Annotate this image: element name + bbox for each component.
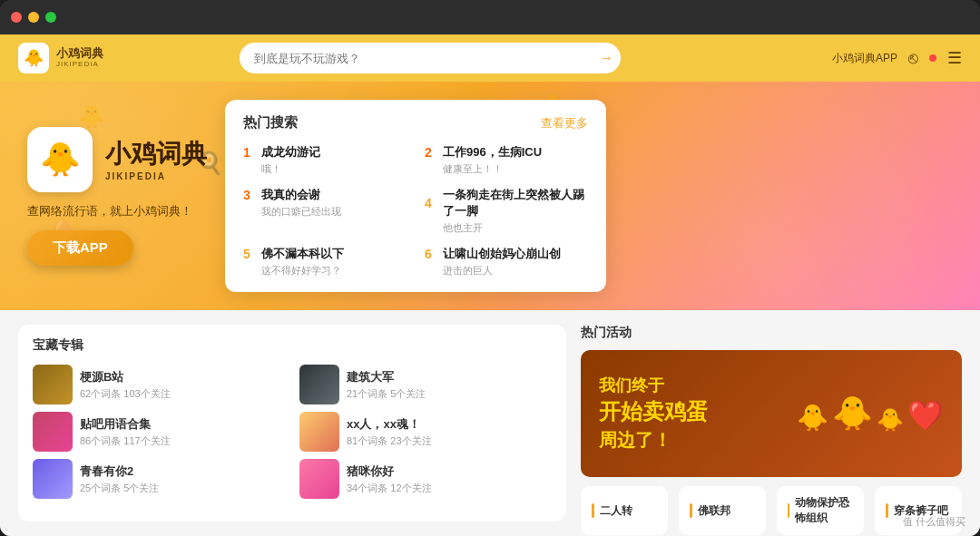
tag-accent xyxy=(592,503,594,518)
tag-accent xyxy=(788,503,789,518)
popup-more-link[interactable]: 查看更多 xyxy=(541,115,588,132)
activity-line1: 我们终于 xyxy=(599,375,708,396)
share-icon[interactable]: ⎋ xyxy=(908,49,918,68)
hero-section: 🐥 🍳 🥚 🐣 🔥 🐥 🐥 小鸡词典 JIKIPEDIA 查网络流行语，就上小鸡… xyxy=(0,82,980,310)
search-term: 工作996，生病ICU xyxy=(443,144,542,161)
minimize-button[interactable] xyxy=(28,12,39,23)
collection-meta: 62个词条 103个关注 xyxy=(80,387,171,401)
collection-item[interactable]: 梗源B站 62个词条 103个关注 xyxy=(33,365,285,404)
collection-thumbnail xyxy=(299,412,339,452)
hero-brand-name: 小鸡词典 xyxy=(105,137,207,171)
search-desc: 他也主开 xyxy=(425,221,588,235)
collection-meta: 34个词条 12个关注 xyxy=(347,482,432,495)
collection-meta: 21个词条 5个关注 xyxy=(347,387,426,401)
collection-info: 猪咪你好 34个词条 12个关注 xyxy=(347,463,432,495)
collection-item[interactable]: xx人，xx魂！ 81个词条 23个关注 xyxy=(299,412,552,452)
logo-main-text: 小鸡词典 xyxy=(56,47,103,60)
search-term: 成龙幼游记 xyxy=(261,144,320,161)
activity-line3: 周边了！ xyxy=(599,428,708,453)
search-result-item[interactable]: 6 让啸山创始妈心崩山创 进击的巨人 xyxy=(425,246,588,278)
collection-meta: 86个词条 117个关注 xyxy=(80,434,171,448)
search-rank: 6 xyxy=(425,247,437,261)
search-result-item[interactable]: 4 一条狗走在街上突然被人踢了一脚 他也主开 xyxy=(425,187,588,235)
collection-name: 青春有你2 xyxy=(80,463,159,480)
search-term: 佛不漏本科以下 xyxy=(261,246,344,262)
notification-dot xyxy=(929,54,936,62)
search-desc: 哦！ xyxy=(243,162,407,176)
app-body: 🐥 小鸡词典 JIKIPEDIA → 小鸡词典APP ⎋ ☰ 🐥 � xyxy=(0,34,980,536)
search-rank: 1 xyxy=(243,145,256,160)
collection-info: 贴吧用语合集 86个词条 117个关注 xyxy=(80,416,171,448)
titlebar xyxy=(0,0,980,34)
search-rank: 3 xyxy=(243,188,256,202)
app-window: 🐥 小鸡词典 JIKIPEDIA → 小鸡词典APP ⎋ ☰ 🐥 � xyxy=(0,0,980,536)
collection-item[interactable]: 贴吧用语合集 86个词条 117个关注 xyxy=(33,412,285,452)
collection-name: 梗源B站 xyxy=(80,369,171,385)
collections-title: 宝藏专辑 xyxy=(33,337,552,354)
search-result-item[interactable]: 3 我真的会谢 我的口癖已经出现 xyxy=(243,187,407,235)
search-term: 让啸山创始妈心崩山创 xyxy=(443,246,561,262)
collection-name: 建筑大军 xyxy=(347,369,426,385)
logo-text: 小鸡词典 JIKIPEDIA xyxy=(56,47,103,68)
search-result-item[interactable]: 2 工作996，生病ICU 健康至上！！ xyxy=(425,144,588,176)
watermark-text: 值 什么值得买 xyxy=(903,515,965,529)
collection-thumbnail xyxy=(33,459,73,499)
activity-line2: 开始卖鸡蛋 xyxy=(599,400,708,424)
search-result-item[interactable]: 5 佛不漏本科以下 这不得好好学习？ xyxy=(243,246,407,278)
collection-item[interactable]: 建筑大军 21个词条 5个关注 xyxy=(299,365,552,404)
search-rank: 2 xyxy=(425,145,437,160)
nav-app-text: 小鸡词典APP xyxy=(832,51,897,66)
hero-tagline: 查网络流行语，就上小鸡词典！ xyxy=(27,203,192,219)
hero-logo-icon: 🐥 xyxy=(27,127,93,192)
search-input[interactable] xyxy=(240,43,621,73)
collection-name: xx人，xx魂！ xyxy=(347,416,432,433)
collection-thumbnail xyxy=(33,412,73,452)
traffic-lights xyxy=(11,12,56,23)
search-desc: 我的口癖已经出现 xyxy=(243,205,407,219)
watermark: 值 什么值得买 xyxy=(903,515,965,529)
collection-name: 猪咪你好 xyxy=(347,463,432,480)
activity-text: 我们终于 开始卖鸡蛋 周边了！ xyxy=(599,375,708,452)
download-button[interactable]: 下载APP xyxy=(27,230,133,266)
logo-area[interactable]: 🐥 小鸡词典 JIKIPEDIA xyxy=(18,43,127,73)
collection-thumbnail xyxy=(299,459,339,499)
search-rank: 5 xyxy=(243,247,256,261)
navbar: 🐥 小鸡词典 JIKIPEDIA → 小鸡词典APP ⎋ ☰ xyxy=(0,34,980,82)
search-button[interactable]: → xyxy=(599,50,613,66)
maximize-button[interactable] xyxy=(45,12,56,23)
search-result-item[interactable]: 1 成龙幼游记 哦！ xyxy=(243,144,407,176)
hero-brand: 🐥 小鸡词典 JIKIPEDIA xyxy=(27,127,207,192)
nav-right: 小鸡词典APP ⎋ ☰ xyxy=(832,48,962,68)
collection-info: 梗源B站 62个词条 103个关注 xyxy=(80,369,171,401)
hero-left: 🐥 小鸡词典 JIKIPEDIA 查网络流行语，就上小鸡词典！ 下载APP xyxy=(27,100,207,292)
tag-card[interactable]: 动物保护恐怖组织 xyxy=(777,486,864,535)
search-desc: 进击的巨人 xyxy=(425,264,588,278)
search-desc: 这不得好好学习？ xyxy=(243,264,407,278)
tag-label: 二人转 xyxy=(600,503,632,519)
hero-brand-en: JIKIPEDIA xyxy=(105,171,207,181)
collection-item[interactable]: 青春有你2 25个词条 5个关注 xyxy=(33,459,285,499)
search-term: 一条狗走在街上突然被人踢了一脚 xyxy=(443,187,588,219)
logo-icon: 🐥 xyxy=(18,43,49,73)
hero-name-block: 小鸡词典 JIKIPEDIA xyxy=(105,137,207,181)
close-button[interactable] xyxy=(11,12,22,23)
bottom-section: 宝藏专辑 梗源B站 62个词条 103个关注 建筑大军 21个词条 5个关注 贴… xyxy=(0,310,980,536)
collection-name: 贴吧用语合集 xyxy=(80,416,171,433)
search-results: 1 成龙幼游记 哦！ 2 工作996，生病ICU 健康至上！！ 3 我真的会谢 … xyxy=(243,144,588,278)
activity-banner[interactable]: 我们终于 开始卖鸡蛋 周边了！ 🐥 🐥 🐥 ❤️ xyxy=(581,350,962,477)
collection-meta: 25个词条 5个关注 xyxy=(80,482,159,495)
tag-accent xyxy=(690,503,692,518)
collection-info: 建筑大军 21个词条 5个关注 xyxy=(347,369,426,401)
logo-sub-text: JIKIPEDIA xyxy=(56,61,103,69)
search-rank: 4 xyxy=(425,196,437,210)
collection-list: 梗源B站 62个词条 103个关注 建筑大军 21个词条 5个关注 贴吧用语合集… xyxy=(33,365,552,499)
menu-icon[interactable]: ☰ xyxy=(947,48,962,68)
search-bar: → xyxy=(240,43,621,73)
collection-item[interactable]: 猪咪你好 34个词条 12个关注 xyxy=(299,459,552,499)
search-desc: 健康至上！！ xyxy=(425,162,588,176)
popup-header: 热门搜索 查看更多 xyxy=(243,114,588,132)
tag-accent xyxy=(886,503,888,518)
tag-card[interactable]: 二人转 xyxy=(581,486,668,535)
tag-card[interactable]: 佛联邦 xyxy=(679,486,766,535)
activities-title: 热门活动 xyxy=(581,325,962,341)
